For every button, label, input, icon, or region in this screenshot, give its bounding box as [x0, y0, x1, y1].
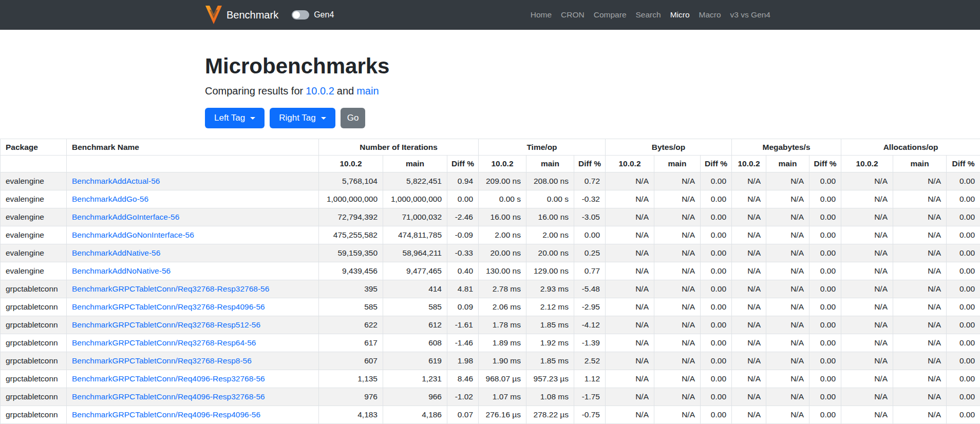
benchmark-link[interactable]: BenchmarkAddNoNative-56 [72, 266, 171, 275]
benchmark-link[interactable]: BenchmarkGRPCTabletConn/Req4096-Resp3276… [72, 374, 265, 383]
nav-item-v3-vs-gen4[interactable]: v3 vs Gen4 [726, 10, 775, 20]
metric-cell: 20.00 ns [479, 244, 526, 262]
metric-cell: 0.00 [809, 298, 841, 316]
metric-cell: N/A [606, 388, 654, 406]
table-row: grpctabletconnBenchmarkGRPCTabletConn/Re… [1, 370, 980, 388]
metric-cell: N/A [841, 370, 893, 388]
metric-cell: 8.46 [447, 370, 479, 388]
metric-cell: N/A [841, 190, 893, 208]
metric-cell: N/A [766, 244, 809, 262]
metric-cell: N/A [766, 262, 809, 280]
metric-cell: 130.00 ns [479, 262, 526, 280]
metric-cell: -1.46 [447, 334, 479, 352]
nav-item-search[interactable]: Search [631, 10, 666, 20]
right-tag-dropdown-button[interactable]: Right Tag [270, 108, 335, 128]
metric-cell: 9,477,465 [383, 262, 447, 280]
sub-header-empty [1, 156, 67, 172]
benchmark-link[interactable]: BenchmarkAddNative-56 [72, 248, 160, 257]
package-cell: evalengine [1, 190, 67, 208]
nav-item-micro[interactable]: Micro [666, 10, 694, 20]
benchmark-link[interactable]: BenchmarkAddActual-56 [72, 177, 160, 185]
metric-cell: 0.00 [809, 172, 841, 190]
caret-down-icon [250, 117, 255, 120]
metric-cell: N/A [654, 352, 701, 370]
metric-cell: -0.75 [574, 406, 606, 424]
benchmark-link[interactable]: BenchmarkGRPCTabletConn/Req32768-Resp327… [72, 284, 269, 293]
metric-cell: N/A [606, 316, 654, 334]
benchmark-link[interactable]: BenchmarkAddGoNonInterface-56 [72, 230, 194, 239]
benchmark-link[interactable]: BenchmarkGRPCTabletConn/Req32768-Resp8-5… [72, 356, 252, 365]
gen4-toggle-knob [293, 11, 300, 18]
package-cell: grpctabletconn [1, 298, 67, 316]
metric-cell: 0.25 [574, 244, 606, 262]
benchmark-link[interactable]: BenchmarkGRPCTabletConn/Req4096-Resp4096… [72, 410, 260, 419]
metric-cell: 0.00 [809, 208, 841, 226]
metric-cell: 0.00 [809, 388, 841, 406]
left-tag-dropdown-button[interactable]: Left Tag [205, 108, 265, 128]
sub-header-left-tag: 10.0.2 [606, 156, 654, 172]
right-tag-link[interactable]: main [356, 83, 379, 99]
metric-cell: 129.00 ns [526, 262, 574, 280]
package-cell: grpctabletconn [1, 280, 67, 298]
metric-cell: 0.00 [947, 370, 980, 388]
metric-cell: N/A [654, 334, 701, 352]
metric-cell: 0.00 [701, 226, 732, 244]
table-row: grpctabletconnBenchmarkGRPCTabletConn/Re… [1, 406, 980, 424]
metric-cell: N/A [841, 334, 893, 352]
metric-cell: N/A [732, 172, 766, 190]
benchmark-link[interactable]: BenchmarkAddGo-56 [72, 195, 148, 203]
gen4-toggle[interactable] [292, 10, 309, 20]
metric-cell: 612 [383, 316, 447, 334]
table-row: evalengineBenchmarkAddNative-5659,159,35… [1, 244, 980, 262]
go-button[interactable]: Go [341, 108, 366, 128]
metric-cell: 278.22 µs [526, 406, 574, 424]
sub-header-left-tag: 10.0.2 [732, 156, 766, 172]
benchmark-link[interactable]: BenchmarkGRPCTabletConn/Req4096-Resp3276… [72, 392, 265, 401]
benchmark-link[interactable]: BenchmarkGRPCTabletConn/Req32768-Resp64-… [72, 338, 256, 347]
metric-cell: 0.00 [809, 316, 841, 334]
metric-cell: 1,231 [383, 370, 447, 388]
metric-cell: 0.00 [701, 208, 732, 226]
metric-cell: 0.00 [809, 352, 841, 370]
metric-cell: 1.85 ms [526, 352, 574, 370]
sub-header-diff: Diff % [701, 156, 732, 172]
sub-header-left-tag: 10.0.2 [479, 156, 526, 172]
metric-cell: N/A [654, 244, 701, 262]
metric-cell: 0.00 [809, 262, 841, 280]
metric-cell: 1.12 [574, 370, 606, 388]
metric-cell: 0.00 s [479, 190, 526, 208]
benchmark-name-cell: BenchmarkGRPCTabletConn/Req32768-Resp8-5… [67, 352, 319, 370]
metric-cell: N/A [766, 370, 809, 388]
metric-cell: N/A [654, 262, 701, 280]
metric-cell: 0.07 [447, 406, 479, 424]
table-row: grpctabletconnBenchmarkGRPCTabletConn/Re… [1, 388, 980, 406]
table-row: evalengineBenchmarkAddGoInterface-5672,7… [1, 208, 980, 226]
metric-cell: N/A [841, 406, 893, 424]
package-cell: grpctabletconn [1, 352, 67, 370]
nav-item-cron[interactable]: CRON [556, 10, 589, 20]
metric-cell: N/A [841, 226, 893, 244]
metric-cell: N/A [841, 298, 893, 316]
metric-cell: 0.00 [947, 316, 980, 334]
nav-item-home[interactable]: Home [526, 10, 556, 20]
left-tag-link[interactable]: 10.0.2 [306, 83, 334, 99]
metric-cell: 1.89 ms [479, 334, 526, 352]
tag-controls: Left Tag Right Tag Go [205, 108, 775, 128]
metric-cell: 0.00 [701, 334, 732, 352]
metric-cell: N/A [766, 172, 809, 190]
metric-cell: N/A [893, 244, 947, 262]
nav-item-compare[interactable]: Compare [589, 10, 631, 20]
benchmark-link[interactable]: BenchmarkGRPCTabletConn/Req32768-Resp409… [72, 302, 265, 311]
benchmark-link[interactable]: BenchmarkAddGoInterface-56 [72, 213, 179, 221]
sub-header-right-tag: main [526, 156, 574, 172]
benchmark-link[interactable]: BenchmarkGRPCTabletConn/Req32768-Resp512… [72, 320, 260, 329]
nav-item-macro[interactable]: Macro [694, 10, 726, 20]
metric-cell: 0.00 [701, 352, 732, 370]
subtitle-prefix: Comparing results for [205, 83, 303, 99]
metric-cell: 0.72 [574, 172, 606, 190]
metric-cell: N/A [893, 172, 947, 190]
benchmark-name-cell: BenchmarkGRPCTabletConn/Req32768-Resp409… [67, 298, 319, 316]
metric-cell: 585 [383, 298, 447, 316]
metric-cell: N/A [893, 190, 947, 208]
benchmark-name-cell: BenchmarkAddGoNonInterface-56 [67, 226, 319, 244]
